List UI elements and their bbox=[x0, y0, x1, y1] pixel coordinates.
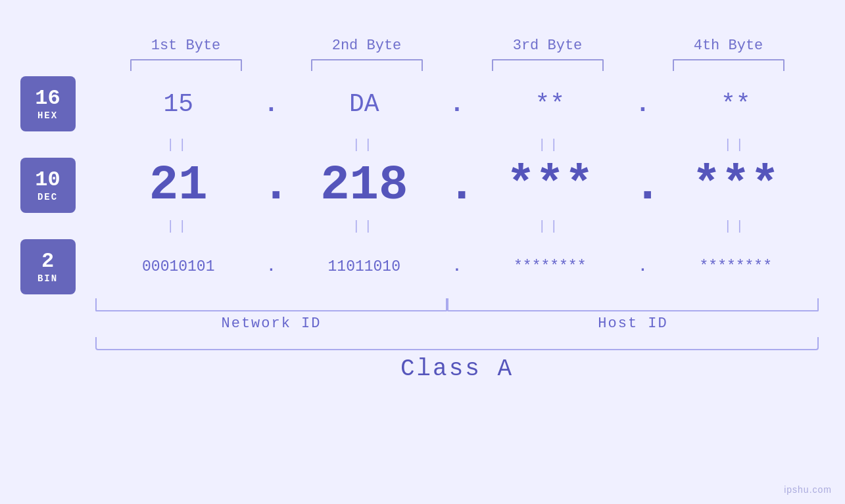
hex-dot-1: . bbox=[262, 90, 281, 118]
hex-val-1: 15 bbox=[95, 90, 262, 118]
dec-val-1: 21 bbox=[95, 158, 262, 213]
dec-badge: 10 DEC bbox=[20, 158, 76, 213]
dec-dot-1: . bbox=[262, 158, 281, 213]
equals-b1: || bbox=[95, 219, 262, 234]
bracket-byte-2 bbox=[311, 59, 423, 71]
bin-val-2: 11011010 bbox=[281, 258, 448, 275]
dec-val-2: 218 bbox=[281, 158, 448, 213]
bracket-byte-4 bbox=[673, 59, 785, 71]
page-background: 1st Byte 2nd Byte 3rd Byte 4th Byte bbox=[0, 0, 845, 504]
equals-4: || bbox=[653, 137, 819, 152]
host-id-bracket bbox=[447, 298, 819, 311]
hex-badge: 16 HEX bbox=[20, 76, 76, 131]
dec-dot-2: . bbox=[447, 158, 467, 213]
hex-dot-3: . bbox=[633, 90, 653, 118]
watermark: ipshu.com bbox=[784, 484, 832, 495]
byte-label-3: 3rd Byte bbox=[457, 37, 638, 59]
bin-val-1: 00010101 bbox=[95, 258, 262, 275]
hex-dot-2: . bbox=[447, 90, 467, 118]
equals-b2: || bbox=[281, 219, 448, 234]
bin-badge: 2 BIN bbox=[20, 239, 76, 294]
host-id-label: Host ID bbox=[447, 315, 819, 332]
bracket-byte-3 bbox=[492, 59, 604, 71]
equals-b3: || bbox=[467, 219, 633, 234]
equals-2: || bbox=[281, 137, 448, 152]
byte-label-4: 4th Byte bbox=[638, 37, 819, 59]
dec-val-4: *** bbox=[653, 158, 819, 213]
hex-val-4: ** bbox=[653, 90, 819, 118]
bin-dot-1: . bbox=[262, 258, 281, 275]
equals-b4: || bbox=[653, 219, 819, 234]
class-bracket bbox=[95, 337, 819, 350]
equals-3: || bbox=[467, 137, 633, 152]
equals-1: || bbox=[95, 137, 262, 152]
class-label: Class A bbox=[95, 355, 819, 382]
byte-label-2: 2nd Byte bbox=[276, 37, 457, 59]
hex-val-3: ** bbox=[467, 90, 633, 118]
bin-dot-2: . bbox=[447, 258, 467, 275]
bin-val-4: ******** bbox=[653, 258, 819, 275]
hex-val-2: DA bbox=[281, 90, 448, 118]
network-id-label: Network ID bbox=[95, 315, 447, 332]
dec-dot-3: . bbox=[633, 158, 653, 213]
bin-val-3: ******** bbox=[467, 258, 633, 275]
network-id-bracket bbox=[95, 298, 447, 311]
bin-dot-3: . bbox=[633, 258, 653, 275]
dec-val-3: *** bbox=[467, 158, 633, 213]
bracket-byte-1 bbox=[130, 59, 242, 71]
byte-label-1: 1st Byte bbox=[95, 37, 276, 59]
